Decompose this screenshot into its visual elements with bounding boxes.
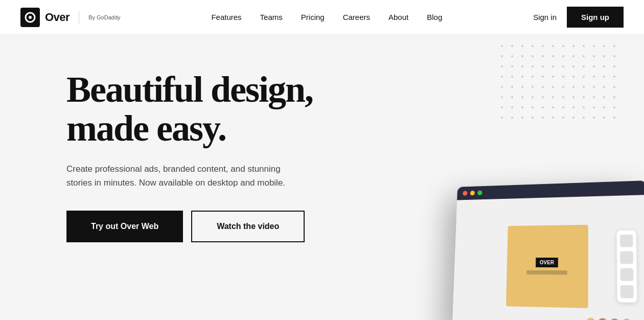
dot xyxy=(572,45,574,47)
window-maximize-dot xyxy=(477,190,482,195)
over-logo-icon xyxy=(20,8,40,27)
sign-up-button[interactable]: Sign up xyxy=(567,7,624,28)
dot xyxy=(583,86,585,88)
dot xyxy=(511,76,513,78)
dot xyxy=(572,55,574,57)
dot xyxy=(603,117,605,119)
dot xyxy=(542,45,544,47)
dot xyxy=(572,76,574,78)
dot xyxy=(593,117,595,119)
dot xyxy=(552,76,554,78)
dot xyxy=(501,65,503,67)
dot xyxy=(593,106,595,108)
nav-item-blog[interactable]: Blog xyxy=(427,13,442,22)
dot xyxy=(552,96,554,98)
dot xyxy=(552,55,554,57)
dot xyxy=(532,117,534,119)
dot xyxy=(501,96,503,98)
app-window-mockup: OVER xyxy=(452,180,644,320)
swatch-red xyxy=(598,318,608,320)
nav-link-blog[interactable]: Blog xyxy=(427,13,442,21)
dot xyxy=(593,65,595,67)
dot xyxy=(562,76,564,78)
dot xyxy=(521,96,523,98)
by-godaddy-label: By GoDaddy xyxy=(88,14,120,20)
app-canvas-area: OVER xyxy=(452,195,644,320)
dot xyxy=(521,55,523,57)
dot xyxy=(501,76,503,78)
navbar: Over By GoDaddy Features Teams Pricing C… xyxy=(0,0,644,35)
svg-point-2 xyxy=(29,16,32,19)
dot xyxy=(583,76,585,78)
try-over-web-button[interactable]: Try out Over Web xyxy=(66,211,183,242)
dot xyxy=(552,106,554,108)
dot xyxy=(583,65,585,67)
dot xyxy=(511,65,513,67)
dot xyxy=(572,117,574,119)
dot xyxy=(532,55,534,57)
app-toolbar-panel xyxy=(617,230,637,303)
dot-grid-decoration: // Will be rendered via JS below xyxy=(501,45,603,147)
dot xyxy=(511,45,513,47)
watch-video-button[interactable]: Watch the video xyxy=(191,211,305,242)
nav-link-features[interactable]: Features xyxy=(211,13,241,21)
dot xyxy=(562,55,564,57)
dot xyxy=(613,96,615,98)
nav-item-features[interactable]: Features xyxy=(211,13,241,22)
nav-item-teams[interactable]: Teams xyxy=(260,13,283,22)
swatch-yellow xyxy=(586,317,595,320)
nav-actions: Sign in Sign up xyxy=(533,7,624,28)
nav-link-careers[interactable]: Careers xyxy=(343,13,370,21)
dot xyxy=(521,76,523,78)
dot xyxy=(542,86,544,88)
nav-link-about[interactable]: About xyxy=(388,13,408,21)
toolbar-icon-2 xyxy=(620,252,633,264)
dot xyxy=(603,106,605,108)
hero-title: Beautiful design, made easy. xyxy=(66,71,313,148)
dot xyxy=(603,55,605,57)
dot xyxy=(511,55,513,57)
dot xyxy=(572,65,574,67)
dot xyxy=(501,86,503,88)
logo-divider xyxy=(79,11,79,24)
dot xyxy=(613,106,615,108)
nav-link-teams[interactable]: Teams xyxy=(260,13,283,21)
hero-title-line2: made easy. xyxy=(66,108,226,149)
nav-link-pricing[interactable]: Pricing xyxy=(301,13,325,21)
dot xyxy=(542,96,544,98)
nav-item-careers[interactable]: Careers xyxy=(343,13,370,22)
dot xyxy=(511,96,513,98)
hero-subtitle: Create professional ads, branded content… xyxy=(66,162,286,190)
sign-in-button[interactable]: Sign in xyxy=(533,13,557,21)
dot xyxy=(603,45,605,47)
nav-item-about[interactable]: About xyxy=(388,13,408,22)
canvas-text: OVER xyxy=(536,257,558,267)
dot xyxy=(501,106,503,108)
dot xyxy=(562,117,564,119)
color-swatches xyxy=(586,317,632,320)
nav-item-pricing[interactable]: Pricing xyxy=(301,13,325,22)
dot xyxy=(593,55,595,57)
dot xyxy=(583,55,585,57)
dot xyxy=(593,96,595,98)
dot xyxy=(521,45,523,47)
dot xyxy=(532,96,534,98)
dot xyxy=(532,45,534,47)
dot xyxy=(603,96,605,98)
dot xyxy=(542,106,544,108)
dot xyxy=(593,45,595,47)
logo-area: Over By GoDaddy xyxy=(20,8,121,27)
dot xyxy=(521,65,523,67)
dot xyxy=(521,86,523,88)
dot xyxy=(501,117,503,119)
dot xyxy=(532,76,534,78)
dot xyxy=(521,106,523,108)
window-close-dot xyxy=(463,191,467,196)
dot xyxy=(613,55,615,57)
nav-links: Features Teams Pricing Careers About Blo… xyxy=(211,13,442,22)
dot xyxy=(562,106,564,108)
toolbar-icon-1 xyxy=(620,235,633,247)
dot xyxy=(593,86,595,88)
dot xyxy=(603,65,605,67)
dot xyxy=(572,106,574,108)
